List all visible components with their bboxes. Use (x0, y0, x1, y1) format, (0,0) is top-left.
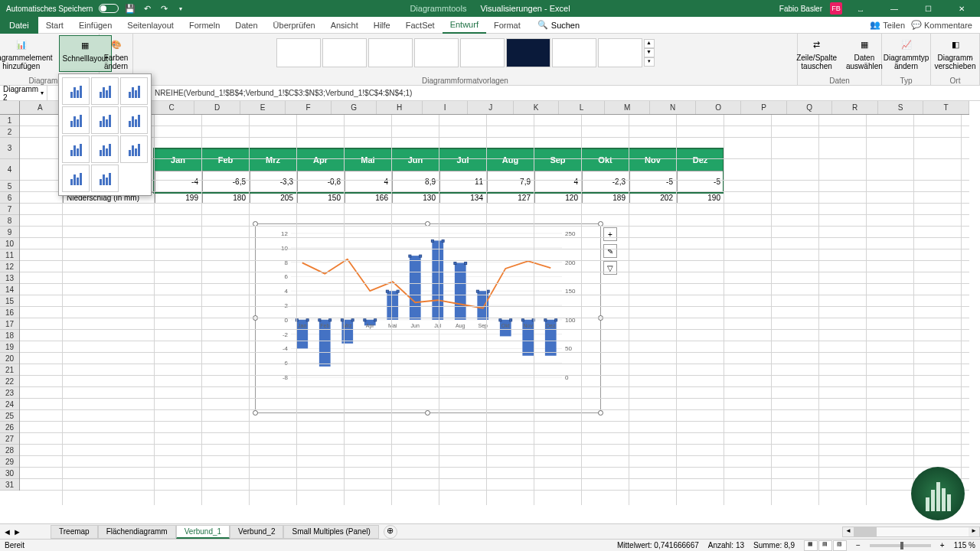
scroll-left-icon[interactable]: ◄ (843, 527, 854, 536)
col-header[interactable]: P (741, 101, 787, 114)
data-cell[interactable]: 199 (155, 192, 202, 204)
view-normal-icon[interactable]: ▦ (804, 540, 818, 551)
formula-content[interactable]: NREIHE(Verbund_1!$B$4;Verbund_1!$C$3:$N$… (47, 89, 980, 97)
data-cell[interactable]: 190 (677, 192, 724, 204)
col-header[interactable]: F (286, 101, 332, 114)
style-thumb-6[interactable] (506, 38, 550, 67)
tab-formeln[interactable]: Formeln (181, 17, 227, 34)
month-header[interactable]: Nov (629, 149, 677, 171)
chevron-down-icon[interactable]: ▾ (41, 90, 44, 96)
data-cell[interactable]: -6,5 (202, 171, 250, 192)
quick-layout-option-5[interactable] (91, 106, 119, 134)
resize-handle[interactable] (253, 410, 258, 416)
col-header[interactable]: J (468, 101, 514, 114)
col-header[interactable]: E (240, 101, 286, 114)
tab-start[interactable]: Start (38, 17, 71, 34)
chart-styles-button[interactable]: ✎ (603, 244, 617, 258)
sheet-tab-treemap[interactable]: Treemap (51, 525, 98, 539)
data-cell[interactable]: 202 (629, 192, 677, 204)
new-sheet-button[interactable]: ⊕ (384, 525, 397, 539)
tab-hilfe[interactable]: Hilfe (366, 17, 398, 34)
row-header[interactable]: 13 (0, 272, 19, 284)
data-cell[interactable]: 150 (297, 192, 345, 204)
data-cell[interactable]: -0,8 (297, 171, 345, 192)
col-header[interactable]: Q (787, 101, 833, 114)
chart-styles-gallery[interactable]: ▲ ▼ ▾ (273, 35, 658, 70)
sheet-tab-verbund_2[interactable]: Verbund_2 (230, 525, 283, 539)
save-icon[interactable]: 💾 (125, 3, 136, 14)
quick-layout-option-10[interactable] (62, 165, 90, 192)
month-header[interactable]: Jul (439, 149, 487, 171)
data-cell[interactable]: -3,3 (250, 171, 297, 192)
add-chart-element-button[interactable]: 📊 Diagrammelement hinzufügen (0, 35, 56, 72)
select-all-corner[interactable] (0, 101, 20, 115)
gallery-more-icon[interactable]: ▾ (644, 57, 655, 67)
row-header[interactable]: 11 (0, 249, 19, 261)
tab-format[interactable]: Format (486, 17, 528, 34)
ribbon-options-icon[interactable]: ⎵ (845, 0, 876, 17)
data-cell[interactable]: 205 (250, 192, 297, 204)
sheet-nav-next-icon[interactable]: ► (13, 527, 21, 536)
zoom-slider[interactable] (870, 544, 931, 547)
row-header[interactable]: 22 (0, 376, 19, 387)
name-box[interactable]: Diagramm 2▾ (0, 85, 47, 102)
data-cell[interactable]: -5 (629, 171, 677, 192)
quick-layout-option-4[interactable] (62, 106, 90, 134)
sheet-tab-verbund_1[interactable]: Verbund_1 (176, 525, 230, 539)
data-cell[interactable]: -5 (677, 171, 724, 192)
row-header[interactable]: 30 (0, 468, 19, 479)
col-header[interactable]: M (605, 101, 651, 114)
close-button[interactable]: ✕ (946, 0, 977, 17)
data-cell[interactable]: 4 (534, 171, 582, 192)
row-header[interactable]: 2 (0, 126, 19, 138)
col-header[interactable]: D (194, 101, 240, 114)
row-header[interactable]: 27 (0, 433, 19, 445)
tab-seitenlayout[interactable]: Seitenlayout (119, 17, 181, 34)
data-cell[interactable]: 11 (439, 171, 487, 192)
quick-layout-option-2[interactable] (91, 77, 119, 105)
data-cell[interactable]: 127 (487, 192, 534, 204)
row-header[interactable]: 31 (0, 479, 19, 491)
quick-layout-menu[interactable] (58, 73, 152, 196)
row-header[interactable]: 21 (0, 364, 19, 376)
avatar[interactable]: FB (830, 2, 842, 15)
zoom-value[interactable]: 115 % (954, 541, 975, 549)
chart-filters-button[interactable]: ▽ (603, 261, 617, 275)
h-scrollbar[interactable]: ◄ ► (842, 527, 980, 537)
row-header[interactable]: 1 (0, 115, 19, 126)
tab-factset[interactable]: FactSet (398, 17, 443, 34)
row-header[interactable]: 12 (0, 261, 19, 272)
switch-rowcol-button[interactable]: ⇄ Zeile/Spalte tauschen (793, 35, 840, 72)
data-cell[interactable]: 8,9 (392, 171, 439, 192)
row-header[interactable]: 29 (0, 456, 19, 468)
row-header[interactable]: 15 (0, 295, 19, 307)
tab-file[interactable]: Datei (0, 17, 38, 34)
col-header[interactable]: O (696, 101, 742, 114)
select-data-button[interactable]: ▦ Daten auswählen (843, 35, 886, 72)
month-header[interactable]: Feb (202, 149, 250, 171)
data-cell[interactable]: 7,9 (487, 171, 534, 192)
row-header[interactable]: 25 (0, 410, 19, 422)
zoom-in-icon[interactable]: + (940, 541, 945, 549)
col-header[interactable]: I (423, 101, 469, 114)
data-cell[interactable]: 4 (345, 171, 392, 192)
col-header[interactable]: A (20, 101, 61, 114)
data-cell[interactable]: 130 (392, 192, 439, 204)
comments-button[interactable]: 💬Kommentare (911, 20, 972, 30)
data-cell[interactable]: 166 (345, 192, 392, 204)
minimize-button[interactable]: — (879, 0, 910, 17)
style-thumb-5[interactable] (460, 38, 505, 67)
quick-layout-option-3[interactable] (120, 77, 148, 105)
tab-ansicht[interactable]: Ansicht (323, 17, 366, 34)
resize-handle[interactable] (598, 410, 603, 416)
tab-einfügen[interactable]: Einfügen (71, 17, 119, 34)
row-header[interactable]: 20 (0, 353, 19, 364)
col-header[interactable]: H (377, 101, 423, 114)
style-thumb-4[interactable] (414, 38, 459, 67)
change-colors-button[interactable]: 🎨 Farben ändern (101, 35, 132, 72)
data-cell[interactable]: -4 (155, 171, 202, 192)
row-header[interactable]: 23 (0, 387, 19, 399)
row-header[interactable]: 26 (0, 422, 19, 433)
month-header[interactable]: Okt (582, 149, 629, 171)
data-cell[interactable]: 180 (202, 192, 250, 204)
